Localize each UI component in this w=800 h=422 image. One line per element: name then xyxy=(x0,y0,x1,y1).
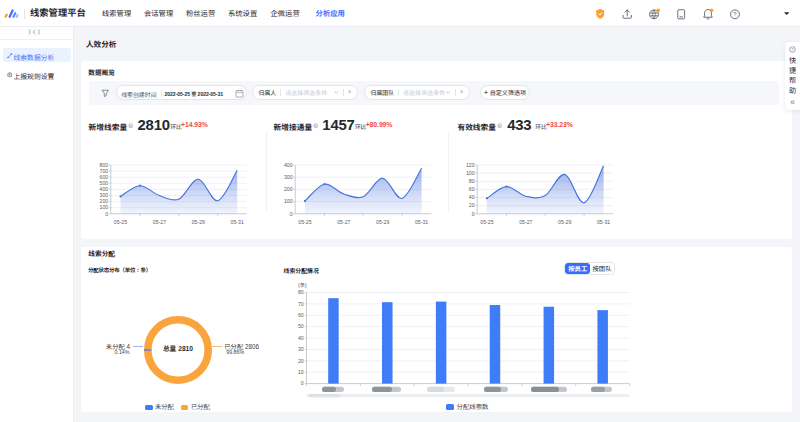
svg-text:?: ? xyxy=(130,124,132,128)
svg-text:100: 100 xyxy=(284,198,293,204)
svg-text:05-29: 05-29 xyxy=(192,219,205,225)
svg-text:05-27: 05-27 xyxy=(153,219,166,225)
svg-text:600: 600 xyxy=(100,174,109,180)
svg-text:120: 120 xyxy=(466,162,475,168)
svg-text:30: 30 xyxy=(298,346,304,352)
svg-text:?: ? xyxy=(499,124,501,128)
svg-text:05-27: 05-27 xyxy=(519,219,532,225)
svg-text:50: 50 xyxy=(298,323,304,329)
svg-text:05-27: 05-27 xyxy=(337,219,350,225)
svg-text:0: 0 xyxy=(290,211,293,217)
svg-text:05-25: 05-25 xyxy=(298,219,311,225)
svg-text:05-25: 05-25 xyxy=(114,219,127,225)
svg-text:05-31: 05-31 xyxy=(597,219,610,225)
svg-text:40: 40 xyxy=(469,194,475,200)
svg-text:700: 700 xyxy=(100,168,109,174)
svg-text:400: 400 xyxy=(284,162,293,168)
svg-text:20: 20 xyxy=(469,202,475,208)
svg-text:100: 100 xyxy=(100,204,109,210)
svg-text:05-31: 05-31 xyxy=(231,219,244,225)
svg-text:300: 300 xyxy=(284,174,293,180)
svg-text:05-25: 05-25 xyxy=(480,219,493,225)
svg-text:10: 10 xyxy=(298,369,304,375)
svg-text:300: 300 xyxy=(100,192,109,198)
svg-text:200: 200 xyxy=(100,198,109,204)
svg-text:400: 400 xyxy=(100,186,109,192)
svg-text:70: 70 xyxy=(298,301,304,307)
svg-text:80: 80 xyxy=(298,289,304,295)
svg-text:100: 100 xyxy=(466,170,475,176)
svg-text:?: ? xyxy=(791,47,794,52)
svg-text:0: 0 xyxy=(301,380,304,386)
svg-text:05-29: 05-29 xyxy=(558,219,571,225)
svg-text:?: ? xyxy=(315,124,317,128)
svg-text:0: 0 xyxy=(105,211,108,217)
svg-text:0: 0 xyxy=(472,211,475,217)
svg-text:05-31: 05-31 xyxy=(415,219,428,225)
svg-text:?: ? xyxy=(733,11,737,17)
svg-text:800: 800 xyxy=(100,162,109,168)
svg-text:05-29: 05-29 xyxy=(376,219,389,225)
svg-text:60: 60 xyxy=(469,186,475,192)
svg-text:500: 500 xyxy=(100,180,109,186)
svg-text:200: 200 xyxy=(284,186,293,192)
svg-text:40: 40 xyxy=(298,335,304,341)
svg-text:20: 20 xyxy=(298,358,304,364)
svg-text:60: 60 xyxy=(298,312,304,318)
svg-text:80: 80 xyxy=(469,178,475,184)
